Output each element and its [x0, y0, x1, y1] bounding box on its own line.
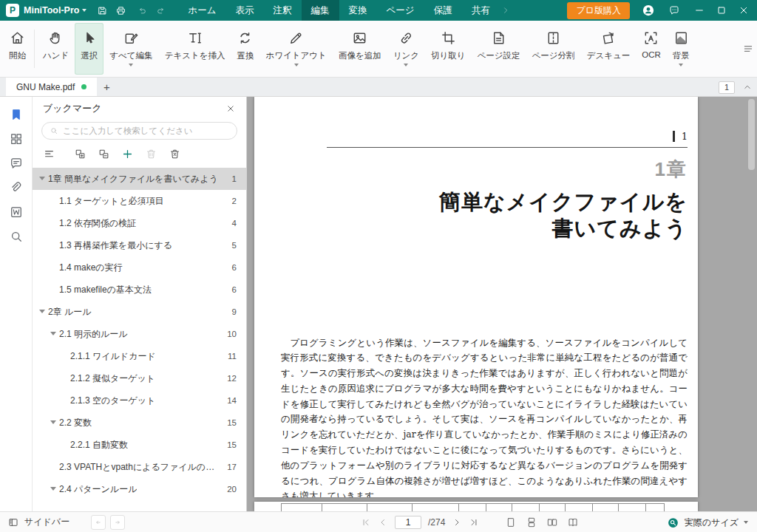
expand-arrow-icon[interactable] [38, 308, 48, 316]
bookmark-item[interactable]: 1.4 makeの実行 6 [33, 256, 246, 279]
minimize-button[interactable] [693, 4, 705, 16]
delete-all-bookmarks-icon[interactable] [169, 148, 181, 160]
expand-arrow-icon[interactable] [50, 197, 59, 205]
bookmark-item[interactable]: 2.3 VPATHとvpathによるファイルの検索 17 [33, 456, 246, 478]
expand-arrow-icon[interactable] [38, 175, 48, 183]
panel-tab-comment[interactable] [9, 156, 24, 171]
close-panel-button[interactable] [225, 103, 236, 114]
bookmark-item[interactable]: 1.2 依存関係の検証 4 [33, 212, 246, 234]
bookmark-item[interactable]: 1.1 ターゲットと必須項目 2 [33, 190, 246, 212]
tab-gnu-make-pdf[interactable]: GNU Make.pdf [6, 78, 97, 96]
bookmark-search-input[interactable] [63, 126, 229, 135]
save-icon[interactable] [97, 5, 108, 16]
ribbon-button-crop[interactable]: 切り取り [425, 23, 472, 75]
ribbon-button-select-cursor[interactable]: 選択 [75, 23, 103, 75]
facing-pages-view-icon[interactable] [546, 516, 558, 528]
ribbon-button-edit-all[interactable]: すべて編集 [103, 23, 158, 75]
menu-表示[interactable]: 表示 [226, 0, 264, 21]
vertical-scrollbar-thumb[interactable] [748, 99, 755, 170]
expand-arrow-icon[interactable] [61, 375, 70, 382]
ribbon-button-page-setup[interactable]: ページ設定 [472, 23, 526, 75]
ribbon-button-insert-text[interactable]: テキストを挿入 [159, 23, 231, 75]
more-menus-icon[interactable] [501, 6, 510, 15]
bookmark-menu-icon[interactable] [43, 148, 55, 160]
expand-arrow-icon[interactable] [50, 242, 59, 249]
bookmark-item[interactable]: 2章 ルール 9 [33, 301, 246, 323]
document-viewer[interactable]: 1 1章 簡単なメイクファイルを 書いてみよう プログラミングという作業は、ソー… [247, 97, 757, 511]
add-child-bookmark-icon[interactable] [74, 148, 86, 160]
expand-arrow-icon[interactable] [50, 264, 59, 271]
bookmark-item[interactable]: 1章 簡単なメイクファイルを書いてみよう 1 [33, 168, 246, 190]
pdf-page[interactable]: 1 1章 簡単なメイクファイルを 書いてみよう プログラミングという作業は、ソー… [254, 97, 698, 497]
bookmark-item[interactable]: 1.3 再構築作業を最小にする 5 [33, 234, 246, 256]
panel-tab-attachment[interactable] [9, 180, 24, 195]
close-window-button[interactable] [738, 4, 750, 16]
ribbon-button-home[interactable]: 開始 [3, 23, 32, 75]
expand-arrow-icon[interactable] [50, 485, 59, 493]
maximize-button[interactable] [716, 4, 727, 16]
menu-変換[interactable]: 変換 [339, 0, 377, 21]
buy-pro-button[interactable]: プロ版購入 [567, 2, 630, 19]
expand-arrow-icon[interactable] [50, 286, 59, 293]
page-number-input[interactable] [395, 516, 421, 529]
bookmark-item[interactable]: 2.1 明示的ルール 10 [33, 323, 246, 345]
new-tab-button[interactable]: + [97, 78, 116, 96]
first-page-icon[interactable] [361, 517, 371, 528]
continuous-view-icon[interactable] [526, 516, 537, 528]
panel-tab-watermark[interactable] [9, 205, 24, 219]
zoom-controls[interactable]: 実際のサイズ [667, 512, 748, 532]
ribbon-button-hand[interactable]: ハンド [37, 23, 75, 75]
sidebar-toggle-icon[interactable] [7, 516, 19, 528]
ribbon-button-background[interactable]: 背景 [667, 23, 696, 75]
menu-保護[interactable]: 保護 [424, 0, 462, 21]
bookmark-item[interactable]: 2.1.1 ワイルドカード 11 [33, 345, 246, 367]
menu-ホーム[interactable]: ホーム [178, 0, 225, 21]
menu-注釈[interactable]: 注釈 [264, 0, 302, 21]
ribbon-button-add-image[interactable]: 画像を追加 [333, 23, 387, 75]
single-page-view-icon[interactable] [505, 516, 517, 528]
ribbon-button-link[interactable]: リンク [387, 23, 425, 75]
user-avatar[interactable] [642, 4, 655, 17]
add-sibling-bookmark-icon[interactable] [98, 148, 110, 160]
menu-共有[interactable]: 共有 [462, 0, 500, 21]
ribbon-button-ocr[interactable]: OCR [636, 23, 667, 75]
bookmark-item[interactable]: 2.4 パターンルール 20 [33, 478, 246, 500]
undo-icon[interactable] [137, 5, 148, 16]
delete-bookmark-icon[interactable] [145, 148, 157, 160]
panel-tab-search[interactable] [9, 229, 24, 244]
bookmark-item[interactable]: 2.2 変数 15 [33, 412, 246, 434]
history-back-button[interactable] [91, 515, 106, 530]
sidebar-label[interactable]: サイドバー [24, 516, 69, 528]
book-view-icon[interactable] [567, 516, 579, 528]
bookmark-item[interactable]: 2.2.1 自動変数 15 [33, 434, 246, 456]
expand-arrow-icon[interactable] [61, 441, 70, 449]
print-icon[interactable] [115, 5, 126, 16]
menu-編集[interactable]: 編集 [302, 0, 339, 21]
bookmark-item[interactable]: 2.1.3 空のターゲット 14 [33, 389, 246, 412]
expand-arrow-icon[interactable] [50, 219, 59, 227]
ribbon-button-whiteout[interactable]: ホワイトアウト [259, 23, 332, 75]
feedback-icon[interactable] [668, 4, 680, 16]
next-page-icon[interactable] [452, 517, 462, 528]
ribbon-button-deskew[interactable]: デスキュー [581, 23, 637, 75]
ribbon-button-replace[interactable]: 置換 [231, 23, 259, 75]
expand-arrow-icon[interactable] [50, 463, 59, 471]
ribbon-more-icon[interactable] [742, 43, 754, 55]
panel-tab-thumbnails[interactable] [9, 132, 24, 146]
collapse-ribbon-icon[interactable] [742, 82, 753, 92]
bookmark-item[interactable]: 1.5 makefileの基本文法 6 [33, 279, 246, 301]
bookmark-item[interactable]: 2.1.2 擬似ターゲット 12 [33, 367, 246, 389]
app-logo[interactable]: P [6, 4, 19, 17]
app-menu-caret-icon[interactable] [82, 9, 86, 12]
redo-icon[interactable] [155, 5, 166, 16]
panel-tab-bookmark[interactable] [9, 107, 24, 122]
ribbon-button-page-split[interactable]: ページ分割 [526, 23, 581, 75]
menu-ページ[interactable]: ページ [377, 0, 424, 21]
expand-arrow-icon[interactable] [50, 419, 59, 426]
history-forward-button[interactable] [110, 515, 125, 530]
prev-page-icon[interactable] [378, 517, 388, 528]
expand-arrow-icon[interactable] [61, 397, 70, 404]
expand-arrow-icon[interactable] [50, 330, 59, 338]
last-page-icon[interactable] [469, 517, 479, 528]
expand-arrow-icon[interactable] [61, 352, 70, 360]
